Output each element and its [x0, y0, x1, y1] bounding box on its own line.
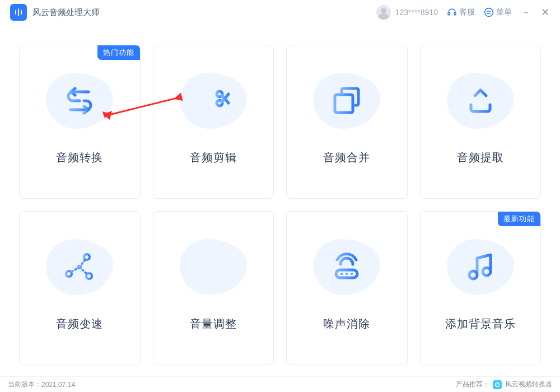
support-button[interactable]: 客服 [447, 7, 475, 17]
user-id: 123****8910 [395, 8, 438, 17]
svg-point-30 [469, 271, 477, 279]
menu-label: 菜单 [496, 7, 512, 17]
speed-icon [46, 239, 113, 295]
card-audio-convert[interactable]: 热门功能 音频转换 [19, 45, 141, 199]
trim-icon [180, 73, 247, 129]
card-label: 音频剪辑 [190, 150, 237, 165]
titlebar: 风云音频处理大师 123****8910 客服 菜单 － ✕ [0, 0, 560, 25]
card-audio-speed[interactable]: 音频变速 [19, 211, 141, 365]
card-label: 音频变速 [56, 316, 103, 332]
headset-icon [447, 7, 457, 17]
close-button[interactable]: ✕ [540, 6, 550, 18]
music-icon [447, 239, 514, 295]
merge-icon [313, 73, 380, 129]
version-prefix: 当前版本： [8, 380, 41, 389]
product-recommend[interactable]: 产品推荐： 风云视频转换器 [456, 380, 552, 389]
noise-icon [313, 239, 380, 295]
volume-icon [180, 239, 247, 295]
app-window: 风云音频处理大师 123****8910 客服 菜单 － ✕ 热门功能 音频转换 [0, 0, 560, 392]
card-label: 音频提取 [457, 150, 504, 165]
convert-icon [46, 73, 113, 129]
app-title: 风云音频处理大师 [32, 7, 100, 18]
card-label: 添加背景音乐 [445, 316, 516, 332]
svg-point-29 [351, 273, 353, 275]
svg-point-31 [483, 268, 491, 276]
user-account[interactable]: 123****8910 [376, 5, 438, 20]
badge-new: 最新功能 [498, 212, 540, 226]
recommend-name: 风云视频转换器 [505, 380, 552, 389]
version-value: 2021.07.14 [41, 381, 75, 389]
card-add-bgm[interactable]: 最新功能 添加背景音乐 [420, 211, 542, 365]
card-label: 噪声消除 [323, 316, 370, 332]
avatar-icon [376, 5, 391, 20]
statusbar: 当前版本： 2021.07.14 产品推荐： 风云视频转换器 [0, 376, 560, 392]
support-label: 客服 [459, 7, 475, 17]
app-logo-icon [10, 4, 27, 21]
menu-icon [484, 7, 494, 17]
svg-rect-4 [454, 12, 456, 15]
card-audio-merge[interactable]: 音频合并 [286, 45, 408, 199]
badge-hot: 热门功能 [97, 45, 140, 60]
menu-button[interactable]: 菜单 [484, 7, 512, 17]
card-audio-extract[interactable]: 音频提取 [420, 45, 542, 199]
svg-rect-15 [335, 95, 353, 113]
feature-grid: 热门功能 音频转换 音频剪辑 音频合并 音频提取 [0, 25, 560, 376]
recommend-app-icon [493, 380, 502, 389]
recommend-prefix: 产品推荐： [456, 380, 489, 389]
card-volume-adjust[interactable]: 音量调整 [153, 211, 274, 365]
extract-icon [447, 73, 514, 129]
card-audio-trim[interactable]: 音频剪辑 [153, 45, 274, 199]
minimize-button[interactable]: － [521, 6, 531, 19]
svg-point-5 [485, 8, 493, 17]
svg-point-28 [346, 273, 348, 275]
svg-rect-3 [448, 12, 450, 15]
svg-point-19 [86, 273, 92, 279]
svg-point-27 [340, 273, 343, 275]
card-label: 音频转换 [56, 150, 103, 165]
card-label: 音量调整 [190, 316, 237, 332]
card-noise-remove[interactable]: 噪声消除 [286, 211, 408, 365]
card-label: 音频合并 [323, 150, 370, 165]
